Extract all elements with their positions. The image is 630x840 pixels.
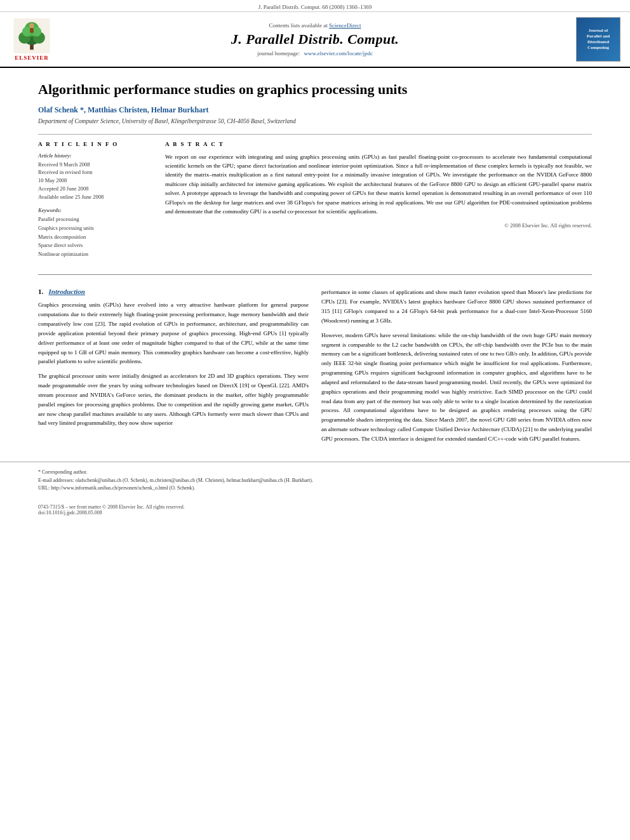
footnote-area: * Corresponding author. E-mail addresses… (0, 462, 630, 499)
abstract-text: We report on our experience with integra… (165, 152, 592, 217)
keywords-list: Parallel processing Graphics processing … (38, 215, 152, 258)
abstract-section: A B S T R A C T We report on our experie… (165, 141, 592, 265)
body-columns: 1. Introduction Graphics processing unit… (0, 278, 630, 455)
journal-title-banner: J. Parallel Distrib. Comput. (64, 31, 566, 48)
col-left: 1. Introduction Graphics processing unit… (38, 288, 309, 449)
homepage-url[interactable]: www.elsevier.com/locate/jpdc (304, 50, 373, 57)
svg-rect-9 (30, 28, 34, 33)
journal-homepage: journal homepage: www.elsevier.com/locat… (64, 50, 566, 57)
article-info: A R T I C L E I N F O Article history: R… (38, 141, 152, 265)
right-para2: However, modern GPUs have several limita… (321, 331, 592, 444)
paper-header: Algorithmic performance studies on graph… (0, 68, 630, 271)
journal-citation: J. Parallel Distrib. Comput. 68 (2008) 1… (258, 4, 372, 10)
sciencedirect-line: Contents lists available at ScienceDirec… (64, 22, 566, 29)
journal-logo-text: Journal of Parallel and Distributed Comp… (587, 28, 610, 51)
footer-issn: 0743-7315/$ – see front matter © 2008 El… (38, 504, 592, 510)
affiliation: Department of Computer Science, Universi… (38, 118, 592, 124)
keywords-label: Keywords: (38, 207, 152, 213)
journal-banner: ELSEVIER Contents lists available at Sci… (0, 12, 630, 68)
section-title: Introduction (49, 288, 85, 295)
abstract-title: A B S T R A C T (165, 141, 592, 147)
article-keywords: Keywords: Parallel processing Graphics p… (38, 207, 152, 258)
journal-center: Contents lists available at ScienceDirec… (64, 22, 566, 57)
divider (38, 134, 592, 135)
contents-text: Contents lists available at (269, 22, 328, 29)
intro-para1: Graphics processing units (GPUs) have ev… (38, 300, 309, 366)
col-right: performance in some classes of applicati… (321, 288, 592, 449)
elsevier-logo: ELSEVIER (6, 18, 57, 61)
sciencedirect-link[interactable]: ScienceDirect (329, 22, 361, 29)
article-history: Article history: Received 9 March 2008 R… (38, 152, 152, 201)
journal-meta: J. Parallel Distrib. Comput. 68 (2008) 1… (0, 0, 630, 12)
footnote-corresponding: * Corresponding author. (38, 469, 592, 477)
svg-point-8 (29, 23, 34, 28)
homepage-label: journal homepage: (257, 50, 300, 57)
footnote-email: E-mail addresses: olafschenk@unibas.ch (… (38, 477, 592, 485)
journal-logo-box: Journal of Parallel and Distributed Comp… (576, 17, 620, 62)
footer-doi: doi:10.1016/j.jpdc.2008.05.008 (38, 510, 592, 516)
copyright: © 2008 Elsevier Inc. All rights reserved… (165, 222, 592, 229)
history-items: Received 9 March 2008 Received in revise… (38, 161, 152, 201)
paper-title: Algorithmic performance studies on graph… (38, 81, 592, 99)
authors: Olaf Schenk *, Matthias Christen, Helmar… (38, 105, 592, 115)
intro-heading: 1. Introduction (38, 288, 309, 295)
right-para1: performance in some classes of applicati… (321, 288, 592, 325)
article-info-title: A R T I C L E I N F O (38, 141, 152, 147)
history-label: Article history: (38, 152, 152, 159)
intro-para2: The graphical processor units were initi… (38, 371, 309, 428)
footnote-url: URL: http://www.informatik.unibas.ch/per… (38, 484, 592, 493)
footer: 0743-7315/$ – see front matter © 2008 El… (0, 499, 630, 521)
section-number: 1. (38, 288, 43, 295)
elsevier-label: ELSEVIER (15, 55, 49, 61)
article-columns: A R T I C L E I N F O Article history: R… (38, 141, 592, 265)
journal-logo-right: Journal of Parallel and Distributed Comp… (573, 17, 624, 62)
elsevier-tree-icon (13, 18, 51, 53)
